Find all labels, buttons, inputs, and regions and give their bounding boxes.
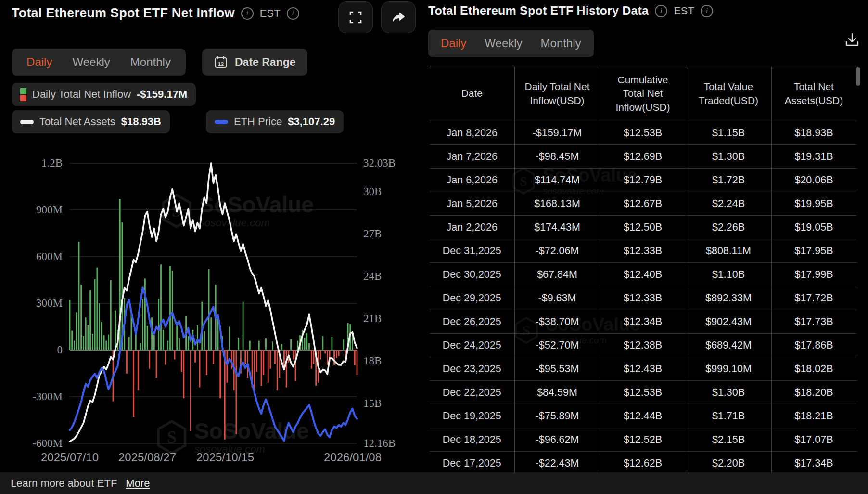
- assets-legend-icon: [20, 120, 34, 124]
- table-cell: $12.38B: [600, 334, 686, 357]
- table-cell: -$22.43M: [514, 452, 600, 473]
- table-cell: $17.86B: [771, 334, 856, 357]
- table-row: Jan 6,2026$114.74M$12.79B$1.72B$20.06B: [430, 169, 856, 192]
- download-button[interactable]: [840, 28, 864, 52]
- table-cell: $67.84M: [514, 263, 600, 286]
- table-cell: $12.53B: [600, 381, 686, 404]
- table-cell: $18.21B: [771, 404, 856, 428]
- timezone-label: EST: [260, 7, 281, 20]
- footer-text: Learn more about ETF: [11, 477, 117, 490]
- legend-total-net-assets[interactable]: Total Net Assets $18.93B: [12, 110, 170, 133]
- table-row: Dec 30,2025$67.84M$12.40B$1.10B$17.99B: [430, 263, 856, 286]
- table-cell: $902.43M: [686, 310, 771, 334]
- table-row: Dec 22,2025$84.59M$12.53B$1.30B$18.20B: [430, 381, 856, 404]
- history-title: Total Ethereum Spot ETF History Data: [428, 4, 649, 18]
- table-cell: $17.07B: [771, 428, 856, 452]
- tab-daily[interactable]: Daily: [441, 37, 466, 50]
- legend-daily-net-inflow[interactable]: Daily Total Net Inflow -$159.17M: [12, 83, 196, 106]
- table-cell: $84.59M: [514, 381, 600, 404]
- table-cell: $12.33B: [600, 239, 686, 263]
- table-row: Jan 7,2026-$98.45M$12.69B$1.30B$19.31B: [430, 145, 856, 169]
- y-axis-tick-right: 32.03B: [363, 157, 396, 169]
- legend-value: -$159.17M: [137, 88, 187, 101]
- table-cell: $689.42M: [686, 334, 771, 357]
- table-cell: $18.93B: [771, 121, 856, 145]
- y-axis-tick-right: 30B: [363, 185, 382, 198]
- table-cell: -$38.70M: [514, 310, 600, 334]
- table-cell: Jan 5,2026: [430, 192, 514, 216]
- tab-weekly[interactable]: Weekly: [73, 55, 110, 69]
- table-scrollbar[interactable]: [856, 67, 860, 86]
- tab-monthly[interactable]: Monthly: [130, 55, 171, 69]
- table-header-row: DateDaily Total Net Inflow(USD)Cumulativ…: [430, 66, 856, 121]
- y-axis-tick-right: 12.16B: [363, 437, 396, 450]
- table-row: Dec 26,2025-$38.70M$12.34B$902.43M$17.73…: [430, 310, 856, 334]
- table-cell: $17.34B: [771, 452, 856, 473]
- table-cell: $1.10B: [686, 263, 771, 286]
- legend-label: Total Net Assets: [39, 116, 115, 128]
- table-body: Jan 8,2026-$159.17M$12.53B$1.15B$18.93BJ…: [430, 121, 856, 473]
- table-cell: $1.72B: [686, 169, 771, 192]
- share-icon: [392, 11, 405, 24]
- y-axis-tick-right: 24B: [363, 270, 382, 283]
- table-cell: Dec 18,2025: [430, 428, 514, 452]
- table-cell: -$9.63M: [514, 286, 600, 310]
- tab-weekly[interactable]: Weekly: [485, 37, 522, 50]
- watermark-domain: sosovalue.com: [199, 218, 314, 228]
- table-cell: -$98.45M: [514, 145, 600, 169]
- table-cell: Dec 17,2025: [430, 452, 514, 473]
- table-cell: -$95.53M: [514, 357, 600, 381]
- date-range-button[interactable]: 12 Date Range: [202, 49, 307, 76]
- table-cell: Dec 29,2025: [430, 286, 514, 310]
- fullscreen-button[interactable]: [338, 1, 373, 33]
- sosovalue-logo-icon: S: [161, 194, 192, 228]
- y-axis-tick-left: 900M: [0, 204, 63, 216]
- fullscreen-icon: [349, 11, 362, 24]
- y-axis-tick-right: 15B: [363, 397, 382, 410]
- table-cell: $12.53B: [600, 121, 686, 145]
- svg-text:S: S: [167, 428, 176, 447]
- table-cell: $2.26B: [686, 216, 771, 239]
- info-icon[interactable]: i: [655, 5, 667, 17]
- table-cell: -$75.89M: [514, 404, 600, 428]
- legend-value: $18.93B: [121, 116, 161, 128]
- legend-eth-price[interactable]: ETH Price $3,107.29: [206, 110, 344, 133]
- y-axis-tick-left: 0: [0, 344, 63, 356]
- info-icon[interactable]: i: [241, 7, 254, 20]
- table-cell: $1.71B: [686, 404, 771, 428]
- info-icon[interactable]: i: [701, 5, 713, 17]
- table-cell: $20.06B: [771, 169, 856, 192]
- x-axis-tick: 2025/10/15: [196, 451, 254, 464]
- svg-text:S: S: [172, 202, 181, 221]
- table-cell: $2.15B: [686, 428, 771, 452]
- tab-daily[interactable]: Daily: [26, 55, 52, 69]
- table-cell: $2.24B: [686, 192, 771, 216]
- share-button[interactable]: [381, 1, 416, 33]
- table-row: Dec 23,2025-$95.53M$12.43B$999.10M$18.02…: [430, 357, 856, 381]
- table-cell: $1.30B: [686, 145, 771, 169]
- table-row: Jan 2,2026$174.43M$12.50B$2.26B$19.05B: [430, 216, 856, 239]
- table-cell: $17.72B: [771, 286, 856, 310]
- footer-bar: Learn more about ETF More: [0, 472, 868, 494]
- sosovalue-watermark: S SoSoValue sosovalue.com: [156, 420, 309, 455]
- eth-legend-icon: [215, 120, 228, 124]
- table-cell: -$72.06M: [514, 239, 600, 263]
- tab-monthly[interactable]: Monthly: [541, 37, 581, 50]
- table-cell: $19.31B: [771, 145, 856, 169]
- table-cell: Jan 8,2026: [430, 121, 514, 145]
- table-cell: $12.69B: [600, 145, 686, 169]
- y-axis-tick-left: -600M: [0, 437, 63, 450]
- y-axis-tick-right: 27B: [363, 228, 382, 240]
- footer-more-link[interactable]: More: [126, 477, 150, 490]
- sosovalue-watermark: S SoSoValue sosovalue.com: [161, 194, 314, 228]
- table-cell: Dec 26,2025: [430, 310, 514, 334]
- table-cell: $12.34B: [600, 310, 686, 334]
- legend-value: $3,107.29: [288, 116, 335, 128]
- svg-text:12: 12: [218, 61, 224, 67]
- table-cell: -$159.17M: [514, 121, 600, 145]
- table-cell: Jan 7,2026: [430, 145, 514, 169]
- info-icon[interactable]: i: [287, 7, 299, 20]
- table-cell: $17.99B: [771, 263, 856, 286]
- table-cell: $12.67B: [600, 192, 686, 216]
- table-cell: $18.02B: [771, 357, 856, 381]
